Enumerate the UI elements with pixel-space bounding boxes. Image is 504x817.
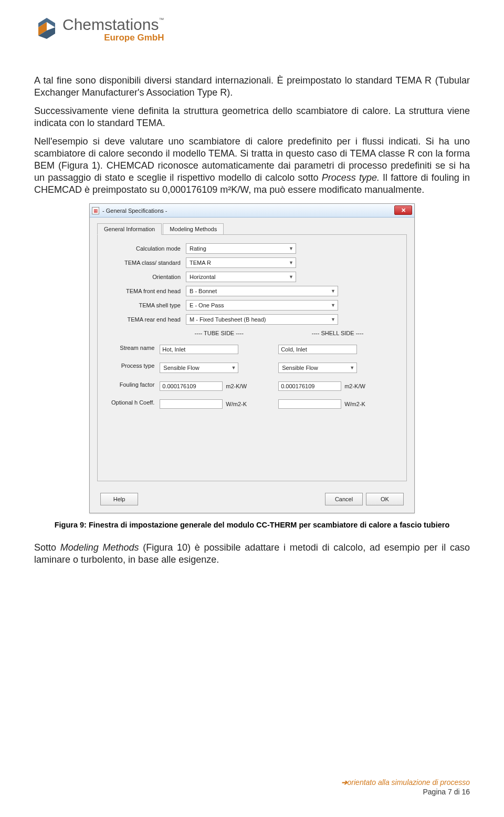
shell-side-header: ---- SHELL SIDE ---- — [278, 330, 397, 336]
paragraph-4: Sotto Modeling Methods (Figura 10) è pos… — [34, 542, 470, 566]
chevron-down-icon: ▼ — [350, 365, 354, 370]
combo-calculation-mode[interactable]: Rating▼ — [186, 243, 296, 254]
label-orientation: Orientation — [107, 274, 186, 280]
tube-side-header: ---- TUBE SIDE ---- — [160, 330, 278, 336]
cancel-button[interactable]: Cancel — [325, 493, 363, 505]
combo-tema-class[interactable]: TEMA R▼ — [186, 257, 296, 268]
dialog-titlebar: ▦ - General Specifications - ✕ — [90, 204, 414, 218]
footer-slogan: orientato alla simulazione di processo — [348, 778, 470, 787]
dialog-icon: ▦ — [92, 207, 99, 214]
label-front-head: TEMA front end head — [107, 288, 186, 294]
unit-hcoeff: W/m2-K — [344, 401, 365, 407]
combo-shell-type[interactable]: E - One Pass▼ — [186, 300, 338, 311]
input-shell-hcoeff[interactable] — [278, 399, 341, 409]
chevron-down-icon: ▼ — [331, 303, 335, 308]
combo-shell-process-type[interactable]: Sensible Flow▼ — [278, 363, 357, 373]
input-tube-hcoeff[interactable] — [160, 399, 223, 409]
label-fouling-factor: Fouling factor — [107, 381, 160, 394]
chevron-down-icon: ▼ — [331, 288, 335, 294]
paragraph-1: A tal fine sono disponibili diversi stan… — [34, 75, 470, 99]
arrow-icon: ➔ — [341, 778, 348, 787]
general-specifications-dialog: ▦ - General Specifications - ✕ General I… — [89, 203, 415, 513]
paragraph-2: Successivamente viene definita la strutt… — [34, 105, 470, 129]
unit-hcoeff: W/m2-K — [226, 401, 247, 407]
combo-rear-head[interactable]: M - Fixed Tubesheet (B head)▼ — [186, 314, 338, 325]
label-h-coeff: Optional h Coeff. — [107, 399, 160, 412]
sub-brand: Europe GmbH — [62, 33, 164, 43]
input-tube-stream[interactable]: Hot, Inlet — [160, 345, 238, 354]
chevron-down-icon: ▼ — [289, 246, 293, 251]
label-stream-name: Stream name — [107, 345, 160, 357]
combo-front-head[interactable]: B - Bonnet▼ — [186, 286, 338, 296]
chevron-down-icon: ▼ — [231, 365, 236, 370]
input-shell-stream[interactable]: Cold, Inlet — [278, 345, 357, 354]
chevron-down-icon: ▼ — [289, 260, 293, 265]
input-shell-fouling[interactable]: 0.000176109 — [278, 381, 341, 391]
combo-tube-process-type[interactable]: Sensible Flow▼ — [160, 363, 238, 373]
dialog-body: Calculation mode Rating▼ TEMA class/ sta… — [97, 234, 407, 481]
unit-fouling: m2-K/W — [344, 383, 365, 389]
tab-modeling-methods[interactable]: Modeling Methods — [163, 223, 224, 234]
label-tema-class: TEMA class/ standard — [107, 260, 186, 266]
page-number: Pagina 7 di 16 — [341, 788, 470, 796]
tab-general-information[interactable]: General Information — [97, 223, 162, 235]
unit-fouling: m2-K/W — [226, 383, 247, 389]
help-button[interactable]: Help — [100, 493, 138, 505]
page-footer: ➔orientato alla simulazione di processo … — [341, 778, 470, 796]
input-tube-fouling[interactable]: 0.000176109 — [160, 381, 223, 391]
combo-orientation[interactable]: Horizontal▼ — [186, 272, 296, 282]
label-calculation-mode: Calculation mode — [107, 245, 186, 252]
chevron-down-icon: ▼ — [331, 317, 335, 322]
close-button[interactable]: ✕ — [394, 205, 412, 215]
label-rear-head: TEMA rear end head — [107, 316, 186, 323]
dialog-title: - General Specifications - — [102, 208, 167, 214]
logo-icon — [34, 16, 59, 41]
header-logo: Chemstations™ Europe GmbH — [34, 16, 470, 43]
ok-button[interactable]: OK — [366, 493, 404, 505]
figure-caption: Figura 9: Finestra di impostazione gener… — [34, 521, 470, 529]
label-process-type: Process type — [107, 363, 160, 376]
chevron-down-icon: ▼ — [289, 274, 293, 280]
paragraph-3: Nell'esempio si deve valutare uno scambi… — [34, 136, 470, 196]
company-name: Chemstations™ — [62, 16, 164, 34]
label-shell-type: TEMA shell type — [107, 302, 186, 308]
